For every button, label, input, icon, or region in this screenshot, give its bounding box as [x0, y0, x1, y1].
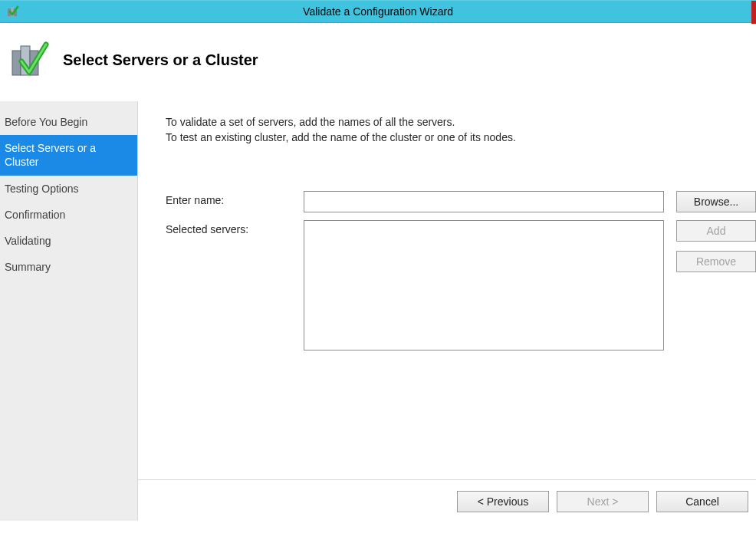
nav-validating[interactable]: Validating [0, 228, 137, 254]
page-title: Select Servers or a Cluster [63, 51, 258, 69]
nav-before-you-begin[interactable]: Before You Begin [0, 109, 137, 135]
selected-servers-row: Selected servers: Add Remove [166, 220, 756, 350]
instruction-line2: To test an existing cluster, add the nam… [166, 130, 756, 146]
wizard-footer: < Previous Next > Cancel [138, 479, 756, 521]
title-bar: Validate a Configuration Wizard [0, 0, 756, 23]
previous-button[interactable]: < Previous [457, 491, 549, 512]
nav-select-servers[interactable]: Select Servers or a Cluster [0, 135, 137, 175]
wizard-header-icon [11, 40, 49, 80]
add-button[interactable]: Add [676, 220, 756, 242]
wizard-body: Before You Begin Select Servers or a Clu… [0, 101, 756, 521]
window-title: Validate a Configuration Wizard [303, 5, 453, 18]
wizard-sidebar: Before You Begin Select Servers or a Clu… [0, 101, 138, 521]
cancel-button[interactable]: Cancel [656, 491, 748, 512]
nav-confirmation[interactable]: Confirmation [0, 202, 137, 228]
app-icon [6, 5, 20, 18]
enter-name-input[interactable] [304, 191, 664, 212]
nav-summary[interactable]: Summary [0, 254, 137, 280]
remove-button[interactable]: Remove [676, 251, 756, 272]
instruction-text: To validate a set of servers, add the na… [166, 115, 756, 145]
nav-testing-options[interactable]: Testing Options [0, 176, 137, 202]
enter-name-label: Enter name: [166, 191, 304, 206]
enter-name-row: Enter name: Browse... [166, 191, 756, 212]
close-indicator [751, 1, 756, 24]
wizard-content: To validate a set of servers, add the na… [138, 101, 756, 521]
instruction-line1: To validate a set of servers, add the na… [166, 115, 756, 130]
wizard-header: Select Servers or a Cluster [0, 23, 756, 101]
selected-servers-label: Selected servers: [166, 220, 304, 235]
selected-servers-listbox[interactable] [304, 220, 664, 350]
next-button[interactable]: Next > [557, 491, 649, 512]
browse-button[interactable]: Browse... [676, 191, 756, 212]
